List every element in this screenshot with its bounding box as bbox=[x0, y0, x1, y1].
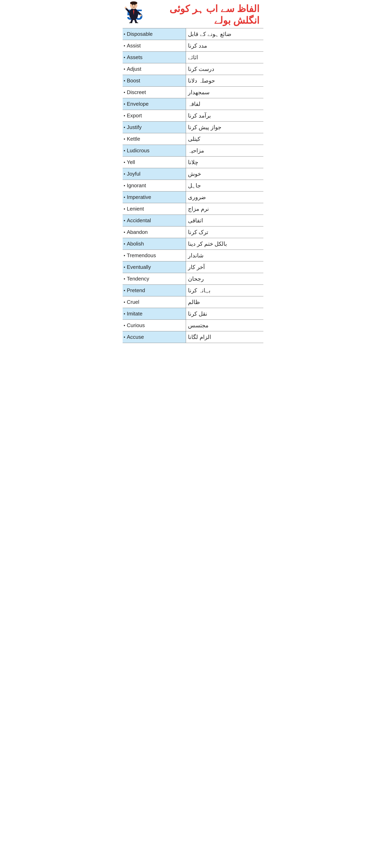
urdu-cell: بہانہ کرنا bbox=[186, 285, 263, 296]
english-cell: •Abandon bbox=[123, 226, 186, 238]
urdu-cell: کیتلی bbox=[186, 133, 263, 145]
english-cell: •Ludicrous bbox=[123, 145, 186, 156]
bullet-icon: • bbox=[124, 113, 125, 118]
bullet-icon: • bbox=[124, 230, 125, 235]
urdu-cell: حوصلہ دلانا bbox=[186, 75, 263, 86]
english-word: Pretend bbox=[127, 287, 145, 293]
english-cell: •Boost bbox=[123, 75, 186, 86]
english-word: Justify bbox=[127, 124, 142, 130]
english-cell: •Joyful bbox=[123, 168, 186, 180]
english-word: Envelope bbox=[127, 101, 149, 107]
urdu-word: الزام لگانا bbox=[188, 333, 211, 341]
urdu-word: بالکل ختم کر دینا bbox=[188, 240, 227, 248]
bullet-icon: • bbox=[124, 323, 125, 328]
urdu-cell: برآمد کرنا bbox=[186, 110, 263, 121]
table-row: •Ludicrousمزاحیہ bbox=[123, 145, 263, 157]
urdu-word: اثاثے bbox=[188, 54, 198, 61]
table-row: •Boostحوصلہ دلانا bbox=[123, 75, 263, 87]
urdu-cell: درست کرنا bbox=[186, 63, 263, 75]
bullet-icon: • bbox=[124, 218, 125, 223]
english-word: Assist bbox=[127, 42, 141, 49]
english-cell: •Imitate bbox=[123, 308, 186, 319]
header: 55 الفاظ سے اب ہر کوئی انگلش بولے bbox=[123, 0, 263, 28]
urdu-word: مدد کرنا bbox=[188, 42, 207, 50]
table-row: •Tendencyرجحان bbox=[123, 273, 263, 285]
english-word: Imperative bbox=[127, 194, 151, 200]
table-row: •Curiousمجتسس bbox=[123, 320, 263, 331]
english-cell: •Yell bbox=[123, 157, 186, 168]
english-word: Abolish bbox=[127, 241, 144, 247]
urdu-word: درست کرنا bbox=[188, 65, 214, 73]
english-word: Cruel bbox=[127, 299, 139, 305]
urdu-word: نقل کرنا bbox=[188, 310, 207, 318]
bullet-icon: • bbox=[124, 265, 125, 270]
english-word: Assets bbox=[127, 54, 143, 60]
english-cell: •Justify bbox=[123, 122, 186, 133]
urdu-cell: جواز پیش کرنا bbox=[186, 122, 263, 133]
english-cell: •Imperative bbox=[123, 191, 186, 203]
bullet-icon: • bbox=[124, 241, 125, 247]
svg-point-13 bbox=[140, 14, 142, 17]
english-cell: •Eventually bbox=[123, 261, 186, 273]
english-cell: •Assist bbox=[123, 40, 186, 52]
urdu-word: بہانہ کرنا bbox=[188, 286, 210, 294]
english-word: Accidental bbox=[127, 217, 151, 224]
bullet-icon: • bbox=[124, 311, 125, 316]
urdu-cell: اثاثے bbox=[186, 52, 263, 63]
english-cell: •Tendency bbox=[123, 273, 186, 284]
english-cell: •Tremendous bbox=[123, 250, 186, 261]
english-cell: •Adjust bbox=[123, 63, 186, 75]
table-row: •Adjustدرست کرنا bbox=[123, 63, 263, 75]
table-row: •Lenientنرم مزاج bbox=[123, 203, 263, 215]
words-table: •Disposableضائع ہونے کے قابل•Assistمدد ک… bbox=[123, 28, 263, 343]
svg-point-12 bbox=[125, 7, 127, 9]
english-word: Ignorant bbox=[127, 182, 146, 189]
bullet-icon: • bbox=[124, 136, 125, 142]
english-cell: •Pretend bbox=[123, 285, 186, 296]
table-row: •Imperativeضروری bbox=[123, 191, 263, 203]
bullet-icon: • bbox=[124, 125, 125, 130]
bullet-icon: • bbox=[124, 276, 125, 281]
english-cell: •Kettle bbox=[123, 133, 186, 145]
urdu-word: اتفاقی bbox=[188, 217, 203, 224]
english-cell: •Export bbox=[123, 110, 186, 121]
table-row: •Abolishبالکل ختم کر دینا bbox=[123, 238, 263, 250]
english-word: Boost bbox=[127, 78, 140, 84]
urdu-cell: ضائع ہونے کے قابل bbox=[186, 28, 263, 40]
urdu-cell: نرم مزاج bbox=[186, 203, 263, 215]
urdu-word: مجتسس bbox=[188, 321, 208, 329]
english-word: Yell bbox=[127, 159, 135, 165]
urdu-word: خوش bbox=[188, 170, 201, 178]
bullet-icon: • bbox=[124, 172, 125, 177]
urdu-word: ظالم bbox=[188, 298, 200, 306]
table-row: •Tremendousشاندار bbox=[123, 250, 263, 261]
urdu-word: مزاحیہ bbox=[188, 147, 204, 155]
table-row: •Exportبرآمد کرنا bbox=[123, 110, 263, 122]
table-row: •Eventuallyآخر کار bbox=[123, 261, 263, 273]
table-row: •Discreetسمجھدار bbox=[123, 87, 263, 98]
english-cell: •Ignorant bbox=[123, 180, 186, 191]
english-word: Joyful bbox=[127, 171, 141, 177]
urdu-word: شاندار bbox=[188, 252, 204, 259]
urdu-word: چلانا bbox=[188, 158, 198, 166]
bullet-icon: • bbox=[124, 253, 125, 258]
urdu-cell: لفافہ bbox=[186, 98, 263, 110]
english-word: Discreet bbox=[127, 89, 146, 95]
urdu-cell: مجتسس bbox=[186, 320, 263, 331]
svg-point-3 bbox=[132, 5, 133, 6]
svg-point-2 bbox=[130, 1, 137, 5]
table-row: •Pretendبہانہ کرنا bbox=[123, 285, 263, 297]
urdu-word: ترک کرنا bbox=[188, 228, 208, 236]
english-word: Abandon bbox=[127, 229, 148, 235]
bullet-icon: • bbox=[124, 288, 125, 293]
bullet-icon: • bbox=[124, 195, 125, 200]
english-word: Lenient bbox=[127, 206, 144, 212]
english-cell: •Assets bbox=[123, 52, 186, 63]
urdu-word: لفافہ bbox=[188, 100, 201, 108]
english-cell: •Abolish bbox=[123, 238, 186, 250]
table-row: •Disposableضائع ہونے کے قابل bbox=[123, 28, 263, 40]
urdu-cell: الزام لگانا bbox=[186, 331, 263, 343]
bullet-icon: • bbox=[124, 90, 125, 95]
english-word: Eventually bbox=[127, 264, 151, 270]
bullet-icon: • bbox=[124, 335, 125, 340]
